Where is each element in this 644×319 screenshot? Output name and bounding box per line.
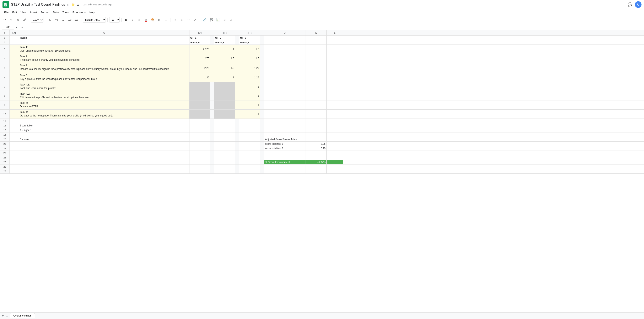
comment-button[interactable]: 💬 [208,17,214,23]
cell-l5[interactable] [326,63,343,73]
cell-k2[interactable] [306,40,326,45]
cell-j22[interactable]: score total test 3 [264,146,306,151]
cell-j1[interactable] [264,36,306,40]
cell-e12[interactable] [210,123,214,128]
cell-l11[interactable] [326,119,343,123]
cell-f20[interactable] [214,137,235,141]
cell-g25[interactable] [235,160,239,164]
cell-i10[interactable] [260,110,264,119]
cell-a13[interactable] [10,128,19,132]
cell-c26[interactable] [19,164,190,169]
cell-l6[interactable] [326,73,343,82]
cell-c5[interactable]: Task 3:Donate to a charity, sign up for … [19,63,190,73]
cell-i6[interactable] [260,73,264,82]
cell-j8[interactable] [264,91,306,100]
cell-h22[interactable] [239,146,260,151]
cell-e10[interactable] [210,110,214,119]
cell-f2[interactable]: Average [214,40,235,45]
cell-k5[interactable] [306,63,326,73]
cell-e11[interactable] [210,119,214,123]
cell-i14[interactable] [260,132,264,137]
cell-a2[interactable] [10,40,19,45]
cell-j11[interactable] [264,119,306,123]
folder-icon[interactable]: 📁 [71,3,75,6]
cell-f13[interactable] [214,128,235,132]
cell-d22[interactable] [190,146,210,151]
cell-k11[interactable] [306,119,326,123]
cell-k27[interactable] [306,169,326,173]
cell-k7[interactable] [306,82,326,91]
cell-d25[interactable] [190,160,210,164]
cell-f11[interactable] [214,119,235,123]
cell-d11[interactable] [190,119,210,123]
function-button[interactable]: Σ [228,17,234,23]
cell-d14[interactable] [190,132,210,137]
valign-button[interactable]: ⬍ [179,17,185,23]
cell-l2[interactable] [326,40,343,45]
currency-button[interactable]: $ [47,17,53,23]
cell-e7[interactable] [210,82,214,91]
menu-view[interactable]: View [19,10,28,15]
cell-g20[interactable] [235,137,239,141]
cell-i7[interactable] [260,82,264,91]
cell-i13[interactable] [260,128,264,132]
cell-a7[interactable] [10,82,19,91]
halign-button[interactable]: ≡ [172,17,178,23]
cell-h12[interactable] [239,123,260,128]
cell-h5[interactable]: 1.25 [239,63,260,73]
cell-f3[interactable]: 1 [214,45,235,54]
cell-d12[interactable] [190,123,210,128]
cell-e3[interactable] [210,45,214,54]
col-h-arrow-left[interactable]: ◀ [246,32,249,34]
cell-g3[interactable] [235,45,239,54]
cell-h21[interactable] [239,142,260,146]
font-size-select[interactable]: 10 [109,17,120,23]
cell-f24[interactable] [214,155,235,160]
cell-k10[interactable] [306,110,326,119]
cell-a22[interactable] [10,146,19,151]
cell-g10[interactable] [235,110,239,119]
menu-extensions[interactable]: Extensions [71,10,88,15]
cell-d6[interactable]: 1.25 [190,73,210,82]
cell-d5[interactable]: 2.25 [190,63,210,73]
cell-a12[interactable] [10,123,19,128]
cell-l7[interactable] [326,82,343,91]
cell-f25[interactable] [214,160,235,164]
font-family-select[interactable]: Default (Ari... [83,17,106,23]
cell-l9[interactable] [326,100,343,109]
cell-k22[interactable]: 0.75 [306,146,326,151]
cell-c27[interactable] [19,169,190,173]
cell-k23[interactable] [306,151,326,155]
cell-e26[interactable] [210,164,214,169]
cell-a14[interactable] [10,132,19,137]
link-button[interactable]: 🔗 [202,17,208,23]
col-d-arrow-left[interactable]: ◀ [197,32,199,34]
cell-g5[interactable] [235,63,239,73]
cell-l23[interactable] [326,151,343,155]
cell-c7[interactable]: Task 4.1:Look and learn about the profil… [19,82,190,91]
cell-g11[interactable] [235,119,239,123]
cell-i3[interactable] [260,45,264,54]
cell-l1[interactable] [326,36,343,40]
col-header-d[interactable]: ◀ D ▶ [190,30,210,35]
cell-d21[interactable] [190,142,210,146]
cell-c1[interactable]: Tasks [19,36,190,40]
cell-e5[interactable] [210,63,214,73]
cell-g27[interactable] [235,169,239,173]
cell-h25[interactable] [239,160,260,164]
col-header-h[interactable]: ◀ H ▶ [239,30,260,35]
chat-icon[interactable]: 💬 [628,2,632,7]
cell-j14[interactable] [264,132,306,137]
number-format-button[interactable]: 123 [74,17,79,23]
cell-j6[interactable] [264,73,306,82]
cell-h24[interactable] [239,155,260,160]
cell-l22[interactable] [326,146,343,151]
cell-a20[interactable] [10,137,19,141]
cell-f27[interactable] [214,169,235,173]
cell-a24[interactable] [10,155,19,160]
cell-h27[interactable] [239,169,260,173]
paint-format-button[interactable]: 🖌 [22,17,28,23]
cell-c22[interactable] [19,146,190,151]
cell-i2[interactable] [260,40,264,45]
cell-k1[interactable] [306,36,326,40]
